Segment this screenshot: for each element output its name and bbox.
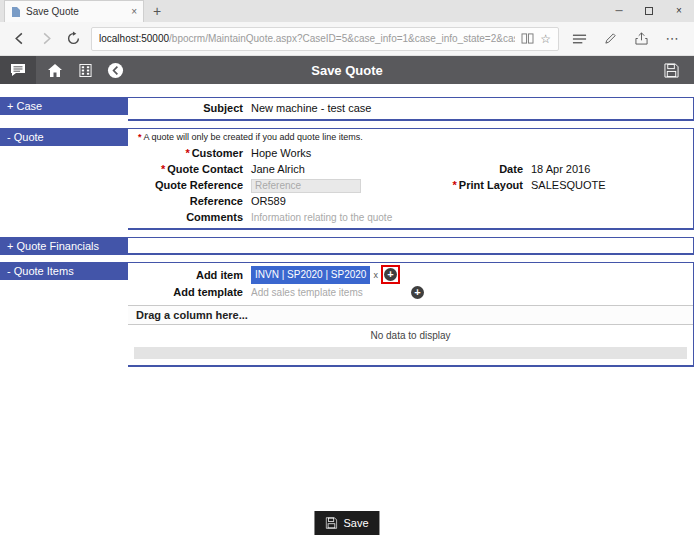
company-grid-icon[interactable] [74, 59, 96, 81]
app-header-left [0, 56, 126, 84]
maximize-icon [645, 7, 653, 15]
more-icon[interactable]: ⋯ [661, 31, 683, 46]
comments-row: Comments [128, 209, 693, 225]
case-content: Subject New machine - test case [128, 97, 694, 121]
comments-input[interactable] [251, 212, 471, 223]
hub-icon[interactable] [568, 33, 590, 45]
reference-layout-row: Quote Reference *Print Layout SALESQUOTE [128, 177, 693, 193]
section-quote-items: - Quote Items Add item INVN | SP2020 | S… [0, 262, 694, 367]
comments-cell [243, 209, 471, 225]
maximize-button[interactable] [634, 0, 664, 22]
print-layout-value: SALESQUOTE [523, 177, 606, 193]
window-controls: ─ × [604, 0, 694, 22]
grid-group-header[interactable]: Drag a column here... [128, 305, 693, 325]
share-icon[interactable] [630, 32, 652, 45]
quote-contact-label: *Quote Contact [128, 161, 243, 177]
chip-remove-icon[interactable]: x [373, 267, 378, 283]
tab-close-icon[interactable]: × [131, 6, 137, 17]
tab-title: Save Quote [26, 6, 126, 17]
add-template-label: Add template [128, 284, 243, 300]
date-label: Date [423, 161, 523, 177]
collapse-toggle-icon: + [7, 240, 13, 252]
url-host: localhost:50000 [99, 33, 169, 44]
app-header-right [660, 59, 694, 81]
url-path: /bpocrm/MaintainQuote.aspx?CaseID=5&case… [169, 33, 515, 44]
quote-reference-input[interactable] [251, 179, 361, 193]
save-button-label: Save [343, 517, 368, 529]
web-note-icon[interactable] [599, 32, 621, 45]
browser-tab[interactable]: Save Quote × [4, 0, 144, 22]
add-item-row: Add item INVN | SP2020 | SP2020 x + [128, 265, 693, 284]
print-layout-label: *Print Layout [423, 177, 523, 193]
back-icon[interactable] [10, 30, 28, 48]
section-header-quote-items[interactable]: - Quote Items [0, 262, 128, 280]
subject-label: Subject [128, 100, 243, 116]
required-marker: * [138, 132, 142, 142]
forward-icon[interactable] [37, 30, 55, 48]
save-button[interactable]: Save [314, 511, 379, 535]
grid-footer-bar [134, 347, 687, 359]
grid-empty-message: No data to display [128, 325, 693, 347]
section-quote: - Quote *A quote will only be created if… [0, 128, 694, 230]
date-value: 18 Apr 2016 [523, 161, 590, 177]
reading-view-icon[interactable] [521, 33, 534, 44]
section-header-case[interactable]: + Case [0, 97, 128, 115]
app-header: Save Quote [0, 56, 694, 84]
minimize-button[interactable]: ─ [604, 0, 634, 22]
customer-row: *Customer Hope Works [128, 145, 693, 161]
quote-reference-cell [243, 177, 423, 193]
save-icon[interactable] [660, 59, 682, 81]
new-tab-button[interactable]: + [144, 0, 170, 22]
home-icon[interactable] [44, 59, 66, 81]
subject-value: New machine - test case [243, 100, 371, 116]
main-content: + Case Subject New machine - test case -… [0, 84, 694, 367]
collapse-toggle-icon: + [7, 100, 13, 112]
close-button[interactable]: × [664, 0, 694, 22]
add-template-plus-button[interactable]: + [411, 286, 424, 299]
contact-date-row: *Quote Contact Jane Alrich Date 18 Apr 2… [128, 161, 693, 177]
customer-label: *Customer [128, 145, 243, 161]
required-marker: * [185, 147, 189, 159]
required-marker: * [161, 163, 165, 175]
quote-items-content: Add item INVN | SP2020 | SP2020 x + Add … [128, 262, 694, 367]
add-item-plus-button[interactable]: + [384, 268, 397, 281]
page-icon [11, 6, 21, 18]
quote-content: *A quote will only be created if you add… [128, 128, 694, 230]
refresh-icon[interactable] [64, 30, 82, 48]
tabstrip-spacer [170, 0, 604, 22]
add-item-label: Add item [128, 267, 243, 283]
reference-label: Reference [128, 193, 243, 209]
quote-contact-value: Jane Alrich [243, 161, 423, 177]
add-template-input[interactable] [251, 287, 369, 298]
annotation-highlight: + [381, 265, 400, 284]
add-template-row: Add template + [128, 284, 693, 300]
section-case: + Case Subject New machine - test case [0, 97, 694, 121]
address-input[interactable]: localhost:50000/bpocrm/MaintainQuote.asp… [91, 27, 559, 51]
save-floppy-icon [325, 517, 337, 529]
section-header-quote-financials[interactable]: + Quote Financials [0, 237, 128, 255]
quote-note: *A quote will only be created if you add… [128, 131, 693, 144]
favorite-star-icon[interactable]: ☆ [540, 32, 551, 46]
browser-address-bar: localhost:50000/bpocrm/MaintainQuote.asp… [0, 22, 694, 56]
comments-label: Comments [128, 209, 243, 225]
subject-row: Subject New machine - test case [128, 100, 693, 116]
required-marker: * [453, 179, 457, 191]
collapse-toggle-icon: - [7, 265, 11, 277]
section-header-quote[interactable]: - Quote [0, 128, 128, 146]
collapse-toggle-icon: - [7, 131, 11, 143]
quote-financials-content [128, 237, 694, 255]
item-chip[interactable]: INVN | SP2020 | SP2020 [251, 266, 370, 284]
reference-value: OR589 [243, 193, 286, 209]
customer-value: Hope Works [243, 145, 311, 161]
section-quote-financials: + Quote Financials [0, 237, 694, 255]
add-template-cell: + [243, 286, 424, 299]
tab-strip: Save Quote × + ─ × [0, 0, 694, 22]
reference-row: Reference OR589 [128, 193, 693, 209]
chat-icon[interactable] [0, 56, 36, 84]
quote-reference-label: Quote Reference [128, 177, 243, 193]
back-circle-icon[interactable] [104, 59, 126, 81]
